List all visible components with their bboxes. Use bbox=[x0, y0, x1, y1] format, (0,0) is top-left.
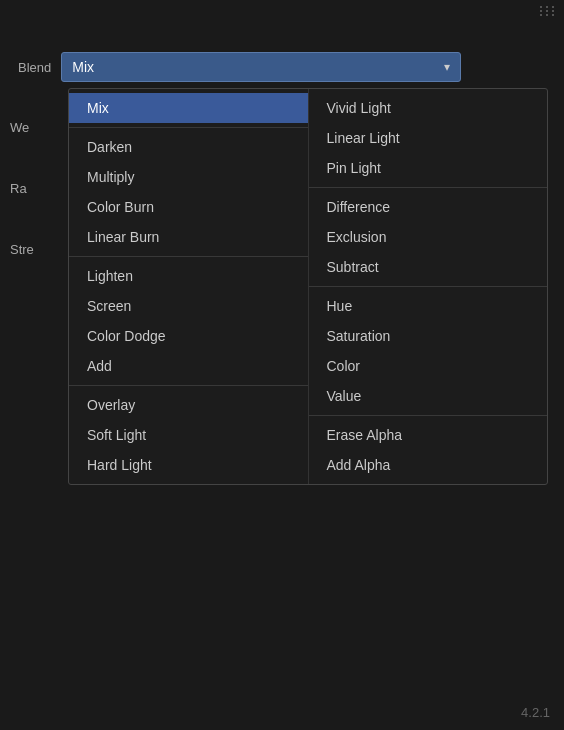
menu-item-color-dodge[interactable]: Color Dodge bbox=[69, 321, 308, 351]
menu-item-difference[interactable]: Difference bbox=[309, 192, 548, 222]
menu-item-multiply[interactable]: Multiply bbox=[69, 162, 308, 192]
grid-dot bbox=[546, 6, 548, 8]
menu-separator bbox=[309, 286, 548, 287]
menu-item-color[interactable]: Color bbox=[309, 351, 548, 381]
grid-dot bbox=[540, 10, 542, 12]
left-column: MixDarkenMultiplyColor BurnLinear BurnLi… bbox=[69, 89, 309, 484]
menu-item-erase-alpha[interactable]: Erase Alpha bbox=[309, 420, 548, 450]
menu-item-pin-light[interactable]: Pin Light bbox=[309, 153, 548, 183]
menu-separator bbox=[69, 256, 308, 257]
menu-item-add-alpha[interactable]: Add Alpha bbox=[309, 450, 548, 480]
side-label-we: We bbox=[10, 120, 34, 135]
menu-separator bbox=[69, 127, 308, 128]
side-labels: We Ra Stre bbox=[10, 120, 34, 257]
blend-label: Blend bbox=[18, 60, 51, 75]
blend-row: Blend Mix ▾ bbox=[18, 52, 461, 82]
grid-dot bbox=[546, 10, 548, 12]
menu-item-overlay[interactable]: Overlay bbox=[69, 390, 308, 420]
menu-item-add[interactable]: Add bbox=[69, 351, 308, 381]
blend-dropdown[interactable]: Mix ▾ bbox=[61, 52, 461, 82]
chevron-down-icon: ▾ bbox=[444, 60, 450, 74]
menu-item-exclusion[interactable]: Exclusion bbox=[309, 222, 548, 252]
menu-item-screen[interactable]: Screen bbox=[69, 291, 308, 321]
version-label: 4.2.1 bbox=[521, 705, 550, 720]
grid-dot bbox=[540, 14, 542, 16]
menu-item-color-burn[interactable]: Color Burn bbox=[69, 192, 308, 222]
menu-item-soft-light[interactable]: Soft Light bbox=[69, 420, 308, 450]
menu-item-mix[interactable]: Mix bbox=[69, 93, 308, 123]
dots-grid bbox=[540, 6, 556, 16]
menu-item-saturation[interactable]: Saturation bbox=[309, 321, 548, 351]
menu-separator bbox=[69, 385, 308, 386]
grid-dot bbox=[540, 6, 542, 8]
menu-separator bbox=[309, 187, 548, 188]
menu-item-value[interactable]: Value bbox=[309, 381, 548, 411]
side-label-stre: Stre bbox=[10, 242, 34, 257]
side-label-ra: Ra bbox=[10, 181, 34, 196]
menu-item-darken[interactable]: Darken bbox=[69, 132, 308, 162]
grid-dot bbox=[552, 14, 554, 16]
menu-item-vivid-light[interactable]: Vivid Light bbox=[309, 93, 548, 123]
menu-item-linear-burn[interactable]: Linear Burn bbox=[69, 222, 308, 252]
menu-item-hard-light[interactable]: Hard Light bbox=[69, 450, 308, 480]
dropdown-menu: MixDarkenMultiplyColor BurnLinear BurnLi… bbox=[68, 88, 548, 485]
menu-item-lighten[interactable]: Lighten bbox=[69, 261, 308, 291]
menu-separator bbox=[309, 415, 548, 416]
grid-dot bbox=[552, 10, 554, 12]
menu-item-hue[interactable]: Hue bbox=[309, 291, 548, 321]
grid-dot bbox=[546, 14, 548, 16]
menu-item-linear-light[interactable]: Linear Light bbox=[309, 123, 548, 153]
menu-item-subtract[interactable]: Subtract bbox=[309, 252, 548, 282]
blend-dropdown-value: Mix bbox=[72, 59, 94, 75]
right-column: Vivid LightLinear LightPin LightDifferen… bbox=[309, 89, 548, 484]
grid-dot bbox=[552, 6, 554, 8]
